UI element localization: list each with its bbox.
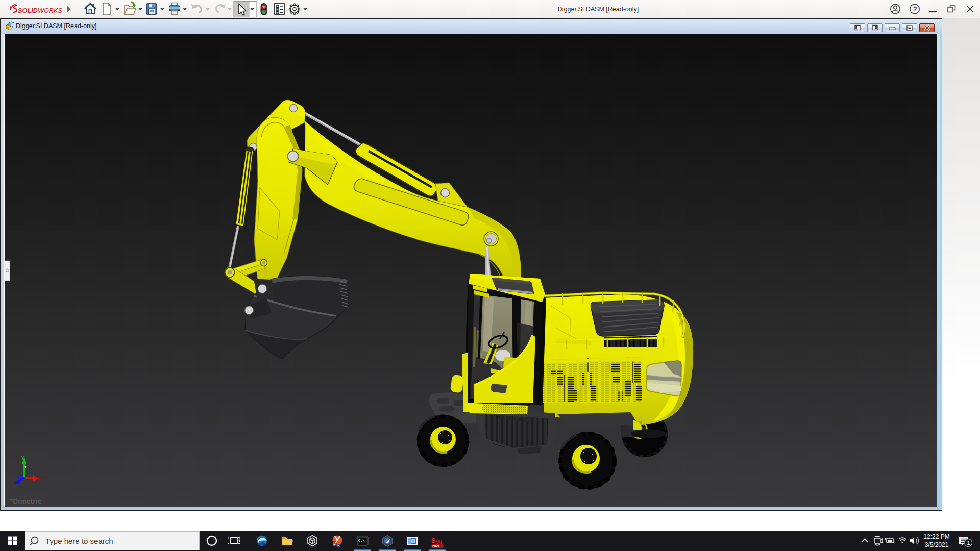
svg-text:?: ? xyxy=(913,5,917,13)
svg-text:Y: Y xyxy=(21,455,25,461)
svg-text:1: 1 xyxy=(967,540,970,546)
svg-text:2021: 2021 xyxy=(432,544,440,548)
svg-text:SOLIDWORKS: SOLIDWORKS xyxy=(18,7,63,14)
svg-text:C:\_: C:\_ xyxy=(358,539,368,543)
svg-text:S: S xyxy=(431,537,436,544)
svg-text:X: X xyxy=(41,475,44,481)
